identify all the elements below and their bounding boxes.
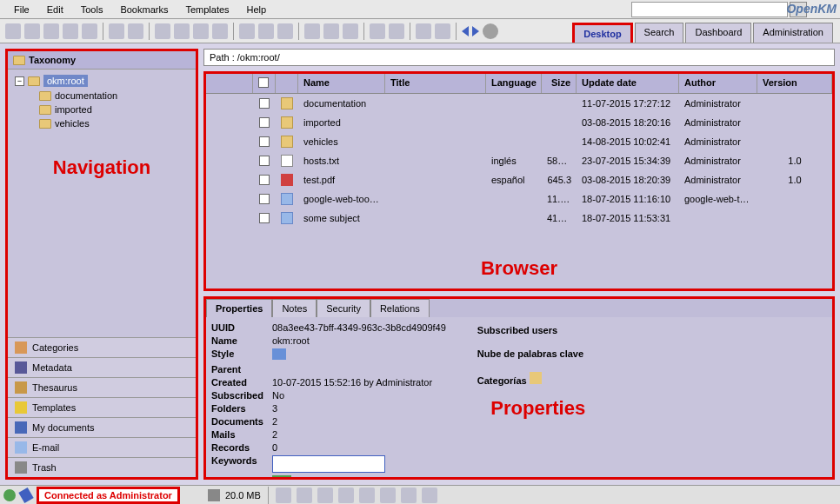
home-icon[interactable] (389, 23, 404, 39)
menu-tools[interactable]: Tools (72, 2, 112, 17)
cell-author: Administrator (679, 96, 757, 110)
add-property-icon[interactable] (258, 23, 274, 39)
folder-icon (28, 76, 40, 86)
documents-label: Documents (211, 416, 272, 427)
table-row[interactable]: test.pdfespañol645.303-08-2015 18:20:39A… (206, 170, 832, 189)
tree-root-label[interactable]: okm:root (43, 75, 88, 87)
table-row[interactable]: google-web-toolkit - :11.8 k18-07-2015 1… (206, 189, 832, 209)
col-author[interactable]: Author (679, 74, 757, 93)
nav-trash[interactable]: Trash (8, 457, 196, 477)
start-workflow-icon[interactable] (304, 23, 320, 39)
menu-help[interactable]: Help (238, 2, 276, 17)
col-name[interactable]: Name (298, 74, 385, 93)
menu-templates[interactable]: Templates (177, 2, 237, 17)
unlock-icon[interactable] (128, 23, 143, 39)
tree-toggle-icon[interactable]: − (15, 76, 24, 86)
row-checkbox[interactable] (259, 213, 270, 223)
table-row[interactable]: imported03-08-2015 18:20:16Administrator (206, 113, 832, 132)
tree-item[interactable]: imported (36, 103, 192, 116)
tree-root[interactable]: − okm:root (11, 73, 192, 89)
refresh-icon[interactable] (370, 23, 385, 39)
remove-property-icon[interactable] (277, 23, 293, 39)
status-icon[interactable] (276, 487, 291, 503)
status-icon[interactable] (317, 487, 333, 503)
remove-subscription-icon[interactable] (343, 23, 358, 39)
menu-file[interactable]: File (5, 2, 38, 17)
nav-metadata[interactable]: Metadata (8, 357, 196, 377)
status-icon[interactable] (359, 487, 375, 503)
tab-properties[interactable]: Properties (206, 299, 272, 317)
tab-relations[interactable]: Relations (370, 299, 430, 317)
table-row[interactable]: vehicles14-08-2015 10:02:41Administrator (206, 132, 832, 151)
separator (456, 23, 457, 40)
download-pdf-icon[interactable] (63, 23, 78, 39)
folders-label: Folders (211, 403, 272, 414)
lock-icon[interactable] (109, 23, 124, 39)
row-checkbox[interactable] (259, 98, 270, 109)
download-icon[interactable] (43, 23, 59, 39)
cancel-checkout-icon[interactable] (212, 23, 228, 39)
col-version[interactable]: Version (757, 74, 832, 93)
menu-edit[interactable]: Edit (38, 2, 72, 17)
col-title[interactable]: Title (385, 74, 486, 93)
nav-thesaurus[interactable]: Thesaurus (8, 377, 196, 397)
tab-desktop[interactable]: Desktop (572, 23, 632, 43)
status-icon[interactable] (422, 487, 437, 503)
search-input[interactable] (631, 2, 788, 17)
col-language[interactable]: Language (486, 74, 542, 93)
nav-templates[interactable]: Templates (8, 397, 196, 417)
row-checkbox[interactable] (259, 194, 270, 204)
style-swatch (272, 348, 286, 360)
cell-title (385, 102, 486, 105)
row-checkbox[interactable] (259, 117, 270, 128)
delete-icon[interactable] (239, 23, 255, 39)
table-row[interactable]: some subject417 B18-07-2015 11:53:31 (206, 209, 832, 228)
col-update[interactable]: Update date (577, 74, 679, 93)
select-all-checkbox[interactable] (258, 77, 269, 88)
col-size[interactable]: Size (542, 74, 577, 93)
scanner-icon[interactable] (416, 23, 431, 39)
folder-icon (13, 56, 25, 65)
checkout-icon[interactable] (174, 23, 190, 39)
forward-icon[interactable] (472, 26, 479, 36)
tab-notes[interactable]: Notes (272, 299, 317, 317)
checkin-icon[interactable] (193, 23, 209, 39)
tree-item[interactable]: vehicles (36, 116, 192, 130)
find-folder-icon[interactable] (24, 23, 40, 39)
status-icon[interactable] (297, 487, 312, 503)
print-icon[interactable] (82, 23, 97, 39)
nav-mydocuments[interactable]: My documents (8, 417, 196, 437)
tab-dashboard[interactable]: Dashboard (685, 23, 751, 43)
tab-search[interactable]: Search (635, 23, 684, 43)
status-icon[interactable] (338, 487, 354, 503)
main-tabs: Desktop Search Dashboard Administration (572, 23, 833, 43)
cell-size (542, 140, 577, 143)
row-checkbox[interactable] (259, 175, 270, 185)
add-subscription-icon[interactable] (323, 23, 339, 39)
row-checkbox[interactable] (259, 136, 270, 147)
tab-security[interactable]: Security (317, 299, 370, 317)
separator (103, 23, 103, 40)
edit-categories-icon[interactable] (530, 372, 542, 384)
connected-as: Connected as Administrator (37, 487, 180, 504)
cell-update: 23-07-2015 15:34:39 (577, 154, 679, 168)
new-folder-icon[interactable] (5, 23, 21, 39)
right-panel: Path : /okm:root/ Name Title Language Si… (203, 49, 835, 480)
navigation-overlay-label: Navigation (11, 130, 192, 205)
nav-categories[interactable]: Categories (8, 337, 196, 357)
back-icon[interactable] (462, 26, 469, 36)
tab-administration[interactable]: Administration (753, 23, 833, 43)
menu-bookmarks[interactable]: Bookmarks (111, 2, 177, 17)
status-icon[interactable] (401, 487, 417, 503)
nav-email[interactable]: E-mail (8, 437, 196, 457)
table-row[interactable]: documentation11-07-2015 17:27:12Administ… (206, 94, 832, 113)
table-row[interactable]: hosts.txtinglés589 B23-07-2015 15:34:39A… (206, 151, 832, 170)
taxonomy-header[interactable]: Taxonomy (8, 51, 196, 70)
keywords-input[interactable] (272, 455, 385, 473)
row-checkbox[interactable] (259, 156, 270, 166)
cell-name: vehicles (298, 135, 385, 149)
tree-item[interactable]: documentation (36, 89, 192, 103)
uploader-icon[interactable] (435, 23, 450, 39)
status-icon[interactable] (380, 487, 396, 503)
upload-icon[interactable] (155, 23, 170, 39)
